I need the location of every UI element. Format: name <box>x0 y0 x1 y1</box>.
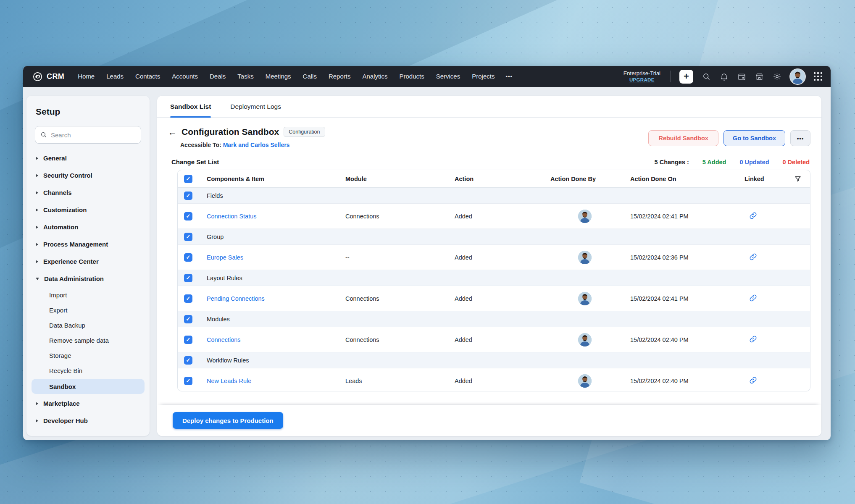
sidebar-item-automation[interactable]: Automation <box>35 218 141 236</box>
row-checkbox[interactable]: ✓ <box>184 233 192 241</box>
sidebar-item-data-administration[interactable]: Data Administration <box>35 270 141 287</box>
sandbox-panel: Sandbox List Deployment Logs ← Configura… <box>157 96 821 436</box>
row-checkbox[interactable]: ✓ <box>184 212 192 220</box>
sidebar-item-import[interactable]: Import <box>35 287 141 302</box>
back-arrow-icon[interactable]: ← <box>168 128 177 136</box>
upgrade-link[interactable]: UPGRADE <box>623 77 660 83</box>
row-checkbox[interactable]: ✓ <box>184 336 192 344</box>
avatar-image <box>578 333 592 346</box>
col-action-done-by: Action Done By <box>545 176 625 182</box>
nav-item-reports[interactable]: Reports <box>323 66 357 87</box>
nav-item-home[interactable]: Home <box>72 66 100 87</box>
rebuild-sandbox-button[interactable]: Rebuild Sandbox <box>648 130 718 146</box>
sidebar-item-export[interactable]: Export <box>35 302 141 318</box>
linked-icon[interactable] <box>749 212 757 220</box>
nav-item-analytics[interactable]: Analytics <box>356 66 393 87</box>
row-checkbox[interactable]: ✓ <box>184 377 192 385</box>
avatar-image <box>578 374 592 388</box>
sidebar-item-customization[interactable]: Customization <box>35 201 141 218</box>
action-cell: Added <box>449 295 545 302</box>
sidebar-search-input[interactable] <box>51 131 136 139</box>
nav-item-projects[interactable]: Projects <box>466 66 500 87</box>
row-checkbox[interactable]: ✓ <box>184 315 192 323</box>
component-link[interactable]: Connections <box>207 336 241 343</box>
sidebar-item-sandbox[interactable]: Sandbox <box>32 379 145 394</box>
bell-icon[interactable] <box>720 72 729 81</box>
gear-icon[interactable] <box>773 72 781 81</box>
more-actions-button[interactable]: ••• <box>790 130 810 146</box>
sidebar-item-developer-hub[interactable]: Developer Hub <box>35 412 141 429</box>
table-group-row: ✓ Modules <box>178 311 810 327</box>
nav-item-leads[interactable]: Leads <box>100 66 129 87</box>
panel-tabs: Sandbox List Deployment Logs <box>157 96 821 118</box>
title-row: ← Configuration Sandbox Configuration <box>168 127 325 137</box>
nav-more-button[interactable]: ••• <box>500 74 518 80</box>
nav-item-contacts[interactable]: Contacts <box>129 66 166 87</box>
sidebar-item-label: Marketplace <box>43 400 80 407</box>
nav-item-deals[interactable]: Deals <box>204 66 232 87</box>
sidebar-item-security-control[interactable]: Security Control <box>35 167 141 184</box>
component-link[interactable]: Europe Sales <box>207 254 243 261</box>
accessible-users-link[interactable]: Mark and Carlos Sellers <box>223 142 290 148</box>
sidebar-item-channels[interactable]: Channels <box>35 184 141 201</box>
sidebar-item-label: Process Management <box>43 241 108 248</box>
filter-icon[interactable] <box>794 175 802 183</box>
quick-create-button[interactable]: + <box>679 70 693 84</box>
top-navbar: CRM HomeLeadsContactsAccountsDealsTasksM… <box>23 66 831 87</box>
sidebar-item-marketplace[interactable]: Marketplace <box>35 395 141 412</box>
nav-item-accounts[interactable]: Accounts <box>166 66 204 87</box>
chevron-right-icon <box>36 260 38 263</box>
nav-item-products[interactable]: Products <box>393 66 430 87</box>
table-row: ✓ Connections Connections Added 15/02/20… <box>178 327 810 352</box>
deploy-to-production-button[interactable]: Deploy changes to Production <box>173 412 283 429</box>
crm-app-window: CRM HomeLeadsContactsAccountsDealsTasksM… <box>23 66 831 440</box>
linked-icon[interactable] <box>749 335 757 343</box>
action-done-on-cell: 15/02/2024 02:36 PM <box>625 254 738 261</box>
nav-item-calls[interactable]: Calls <box>297 66 323 87</box>
group-label: Workflow Rules <box>201 357 340 364</box>
row-checkbox[interactable]: ✓ <box>184 356 192 365</box>
nav-item-tasks[interactable]: Tasks <box>232 66 259 87</box>
user-avatar[interactable] <box>790 69 805 84</box>
linked-icon[interactable] <box>749 253 757 261</box>
sidebar-item-general[interactable]: General <box>35 150 141 167</box>
linked-icon[interactable] <box>749 376 757 384</box>
go-to-sandbox-button[interactable]: Go to Sandbox <box>723 130 785 146</box>
action-cell: Added <box>449 254 545 261</box>
sidebar-item-data-backup[interactable]: Data Backup <box>35 318 141 333</box>
avatar-image <box>790 69 805 84</box>
store-icon[interactable] <box>755 72 764 81</box>
row-checkbox[interactable]: ✓ <box>184 294 192 303</box>
sidebar-item-remove-sample-data[interactable]: Remove sample data <box>35 333 141 348</box>
search-icon[interactable] <box>702 72 711 81</box>
sidebar-title: Setup <box>36 107 141 117</box>
nav-item-meetings[interactable]: Meetings <box>260 66 297 87</box>
table-row: ✓ New Leads Rule Leads Added 15/02/2024 … <box>178 368 810 391</box>
chevron-right-icon <box>36 243 38 246</box>
action-done-by-avatar <box>578 251 592 264</box>
sidebar-search[interactable] <box>35 126 141 144</box>
action-done-on-cell: 15/02/2024 02:40 PM <box>625 336 738 343</box>
apps-grid-icon[interactable] <box>814 72 822 81</box>
setup-menu: GeneralSecurity ControlChannelsCustomiza… <box>35 150 141 429</box>
row-checkbox[interactable]: ✓ <box>184 253 192 262</box>
avatar-image <box>578 210 592 223</box>
module-cell: Leads <box>340 378 449 384</box>
row-checkbox[interactable]: ✓ <box>184 274 192 282</box>
linked-icon[interactable] <box>749 294 757 302</box>
component-link[interactable]: New Leads Rule <box>207 378 251 384</box>
sidebar-item-recycle-bin[interactable]: Recycle Bin <box>35 363 141 378</box>
action-done-by-avatar <box>578 292 592 305</box>
component-link[interactable]: Connection Status <box>207 213 257 220</box>
calendar-icon[interactable] <box>737 72 746 81</box>
component-link[interactable]: Pending Connections <box>207 295 265 302</box>
sidebar-item-experience-center[interactable]: Experience Center <box>35 253 141 270</box>
table-group-row: ✓ Fields <box>178 188 810 204</box>
row-checkbox[interactable]: ✓ <box>184 192 192 200</box>
sidebar-item-storage[interactable]: Storage <box>35 348 141 363</box>
nav-item-services[interactable]: Services <box>430 66 466 87</box>
tab-deployment-logs[interactable]: Deployment Logs <box>230 96 281 117</box>
tab-sandbox-list[interactable]: Sandbox List <box>170 96 211 117</box>
select-all-checkbox[interactable]: ✓ <box>184 175 192 183</box>
sidebar-item-process-management[interactable]: Process Management <box>35 236 141 253</box>
